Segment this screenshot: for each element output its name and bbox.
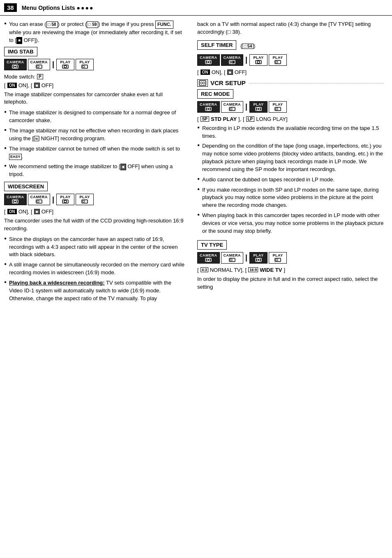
tv-type-desc: In order to display the picture in full …	[197, 276, 384, 291]
self-timer-ref: (□ 54)	[240, 43, 255, 49]
svg-rect-21	[230, 61, 232, 63]
widescreen-box: WIDESCREEN	[4, 182, 48, 191]
st-play-btn-1: PLAY	[249, 54, 267, 66]
self-timer-mode-line: [ON ON], [■ OFF]	[197, 69, 384, 75]
ws-camera-btn-active: CAMERA	[4, 194, 27, 205]
img-stab-box: IMG STAB	[4, 47, 37, 56]
rm-play-icon-2	[274, 107, 281, 111]
tv-type-mode-line: [4:3 NORMAL TV], [16:9 WIDE TV]	[197, 267, 384, 273]
ref-badge-58: □ 58	[46, 21, 58, 28]
ws-play-icon-2	[81, 199, 88, 204]
camera-icon-1	[12, 64, 18, 69]
svg-point-5	[64, 65, 67, 68]
rm-camera-icon-1	[205, 107, 212, 111]
ws-bullet-2: A still image cannot be simultaneously r…	[4, 261, 185, 277]
sp-badge: SP	[201, 116, 209, 122]
ws-play-icon-1	[62, 199, 69, 204]
ws-play-label-1: PLAY	[60, 195, 70, 199]
img-stab-desc: The image stabilizer compensates for cam…	[4, 91, 185, 107]
badge-43: 4:3	[201, 267, 208, 272]
vcr-dots-line	[249, 83, 384, 83]
svg-point-28	[203, 82, 205, 84]
rm-camera-label-1: CAMERA	[200, 102, 217, 107]
widescreen-section: WIDESCREEN CAMERA CAMERA |	[4, 182, 185, 302]
svg-text:N: N	[35, 137, 38, 141]
ws-play-label-2: PLAY	[79, 195, 90, 199]
tv-type-section: TV TYPE CAMERA CAMERA |	[197, 240, 384, 291]
ws-play-btn-1: PLAY	[56, 194, 74, 205]
ws-camera-label-2: CAMERA	[30, 195, 48, 199]
tv-camera-btn-active: CAMERA	[197, 252, 220, 264]
rec-bullet-1: Recording in LP mode extends the availab…	[197, 125, 384, 140]
svg-point-34	[257, 108, 260, 110]
tv-camera-label-1: CAMERA	[200, 253, 217, 257]
tv-play-label-2: PLAY	[272, 253, 283, 257]
tv-camera-btn-2: CAMERA	[221, 252, 244, 264]
rec-bullet-4: If you make recordings in both SP and LP…	[197, 186, 384, 210]
svg-rect-32	[230, 108, 232, 110]
on-badge-st: ON	[201, 69, 210, 75]
rm-camera-btn-2: CAMERA	[221, 101, 244, 113]
svg-point-38	[207, 259, 210, 261]
vcr-setup-row: VCR SETUP	[197, 79, 384, 87]
mode-sep-1: |	[52, 60, 54, 69]
ws-mode-sep: |	[52, 195, 54, 204]
ws-bullet-3: Playing back a widescreen recording: TV …	[4, 279, 185, 303]
header-dots: ●●●●	[77, 5, 94, 11]
svg-rect-17	[83, 201, 85, 202]
play-icon-2	[81, 64, 88, 69]
ws-play-btn-2: PLAY	[76, 194, 94, 205]
rm-play-icon-1	[255, 107, 262, 111]
self-timer-mode-row: CAMERA CAMERA | PLAY	[197, 54, 384, 66]
func-badge: FUNC.	[155, 21, 173, 29]
img-stab-bullet-3: The image stabilizer cannot be turned of…	[4, 145, 185, 161]
camera-label-1: CAMERA	[7, 60, 24, 64]
st-camera-icon-2	[229, 60, 235, 65]
camera-mode-btn-active: CAMERA	[4, 59, 27, 70]
widescreen-mode-row: CAMERA CAMERA | PLAY	[4, 194, 185, 205]
off-badge-img2: ■	[120, 164, 126, 171]
svg-point-27	[201, 82, 203, 84]
svg-point-1	[14, 65, 16, 68]
img-stab-bullet-4: We recommend setting the image stabilize…	[4, 163, 185, 178]
self-timer-box: SELF TIMER	[197, 40, 236, 50]
rm-camera-label-2: CAMERA	[224, 102, 241, 107]
st-camera-label-2: CAMERA	[224, 56, 241, 60]
img-stab-mode-row: CAMERA CAMERA | PLAY	[4, 59, 185, 70]
wide-tv-label: WIDE TV	[260, 267, 282, 273]
off-badge-intro: ■	[16, 37, 22, 44]
tv-type-mode-row: CAMERA CAMERA | PLAY	[197, 252, 384, 264]
rm-play-btn-2: PLAY	[269, 101, 287, 113]
svg-rect-36	[276, 108, 278, 110]
self-timer-section: SELF TIMER (□ 54) CAMERA CAMERA	[197, 40, 384, 75]
ws-bold-label: Playing back a widescreen recording:	[9, 280, 105, 286]
ws-bullet-1: Since the displays on the camcorder have…	[4, 236, 185, 259]
play-label-2: PLAY	[79, 60, 90, 64]
mode-p-badge: P	[37, 74, 43, 79]
rec-bullet-2: Depending on the condition of the tape (…	[197, 142, 384, 173]
img-stab-mode-line: Mode switch: P	[4, 74, 185, 80]
tv-play-icon-2	[274, 257, 281, 262]
st-mode-sep: |	[245, 56, 247, 64]
vcr-icon-box	[197, 79, 208, 87]
main-content: You can erase (□ 58) or protect (□ 59) t…	[0, 21, 392, 306]
rec-mode-line: [SP STD PLAY], [LP LONG PLAY]	[197, 116, 384, 122]
camera-label-2: CAMERA	[30, 60, 48, 64]
rm-play-btn-1: PLAY	[249, 101, 267, 113]
st-camera-icon-1	[205, 60, 212, 65]
img-stab-bullet-1: The image stabilizer is designed to comp…	[4, 109, 185, 125]
rec-mode-row: CAMERA CAMERA | PLAY	[197, 101, 384, 113]
off-badge-st: ■	[227, 69, 233, 75]
ws-camera-icon-2	[36, 199, 42, 204]
svg-rect-25	[276, 61, 278, 63]
rec-bullet-3: Audio cannot be dubbed on tapes recorded…	[197, 176, 384, 184]
rm-play-label-2: PLAY	[272, 102, 283, 107]
rm-camera-icon-2	[229, 107, 235, 111]
tv-mode-sep: |	[245, 253, 247, 262]
st-play-btn-2: PLAY	[269, 54, 287, 66]
left-column: You can erase (□ 58) or protect (□ 59) t…	[4, 21, 193, 306]
st-camera-label-1: CAMERA	[200, 56, 217, 60]
tv-type-box: TV TYPE	[197, 240, 227, 250]
lp-badge: LP	[246, 116, 255, 122]
on-badge-ws: ON	[7, 209, 17, 214]
